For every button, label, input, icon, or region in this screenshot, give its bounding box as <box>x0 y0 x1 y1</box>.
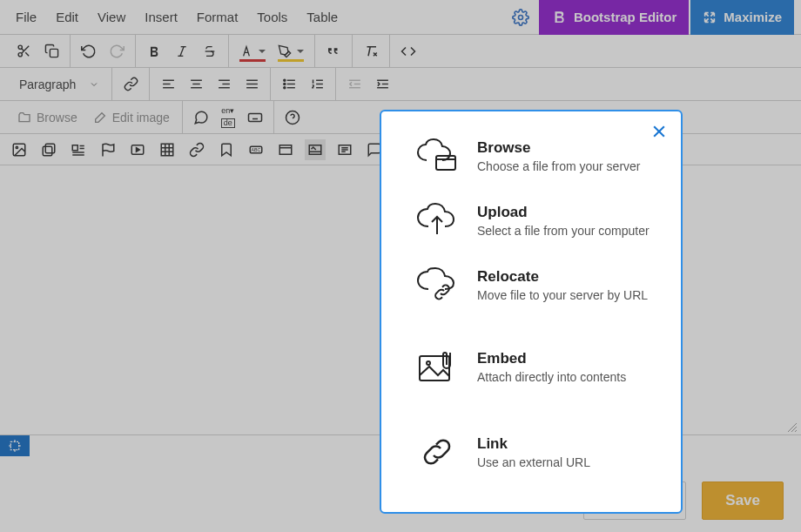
close-icon[interactable] <box>648 120 670 143</box>
save-button[interactable]: Save <box>702 481 784 520</box>
svg-point-42 <box>16 146 17 148</box>
bold-icon[interactable] <box>141 38 167 64</box>
caption-icon[interactable] <box>305 139 326 160</box>
svg-point-0 <box>518 15 522 19</box>
menu-table[interactable]: Table <box>298 4 347 30</box>
settings-icon[interactable] <box>508 4 534 30</box>
svg-rect-74 <box>436 156 455 170</box>
chevron-down-icon <box>259 50 266 53</box>
chevron-down-icon <box>297 50 304 53</box>
text-color-button[interactable] <box>234 38 271 64</box>
alignimage-icon[interactable] <box>68 139 89 160</box>
strikethrough-icon[interactable] <box>197 38 223 64</box>
gallery-icon[interactable] <box>38 139 59 160</box>
dialog-option-upload[interactable]: Upload Select a file from your computer <box>381 188 681 253</box>
panel-icon[interactable] <box>275 139 296 160</box>
menu-view[interactable]: View <box>89 4 134 30</box>
help-icon[interactable] <box>279 104 306 131</box>
dialog-option-title: Browse <box>477 139 641 157</box>
svg-text:ABC: ABC <box>252 147 261 152</box>
indent-icon[interactable] <box>369 71 395 98</box>
numbered-list-icon[interactable] <box>304 71 330 98</box>
menu-format[interactable]: Format <box>188 4 247 30</box>
dialog-option-desc: Use an external URL <box>477 455 590 469</box>
menu-edit[interactable]: Edit <box>47 4 87 30</box>
svg-point-77 <box>427 361 430 365</box>
keyboard-icon[interactable] <box>242 104 268 131</box>
anchorlink-icon[interactable] <box>186 139 207 160</box>
table-icon[interactable] <box>157 139 178 160</box>
outdent-icon <box>341 71 367 98</box>
video-icon[interactable] <box>127 139 148 160</box>
svg-line-5 <box>21 49 24 51</box>
cloud-upload-icon <box>414 200 460 240</box>
browse-button[interactable]: Browse <box>10 104 84 131</box>
edit-image-label: Edit image <box>112 111 170 125</box>
bootstrap-icon <box>551 10 567 25</box>
svg-rect-52 <box>161 144 173 156</box>
svg-point-28 <box>283 87 285 89</box>
image-icon[interactable] <box>9 139 30 160</box>
dialog-option-desc: Select a file from your computer <box>477 224 650 238</box>
bookmark-icon[interactable] <box>216 139 237 160</box>
copy-icon[interactable] <box>38 38 64 64</box>
dialog-option-desc: Choose a file from your server <box>477 159 641 173</box>
chain-link-icon <box>414 432 460 472</box>
svg-rect-59 <box>279 145 292 154</box>
align-right-icon[interactable] <box>211 71 237 98</box>
dialog-option-link[interactable]: Link Use an external URL <box>381 420 681 484</box>
svg-rect-6 <box>50 49 57 57</box>
flag-icon[interactable] <box>98 139 118 160</box>
undo-icon[interactable] <box>76 38 102 64</box>
svg-rect-38 <box>248 113 261 121</box>
dialog-option-title: Link <box>477 435 590 453</box>
dialog-option-embed[interactable]: Embed Attach directly into contents <box>381 334 681 399</box>
folder-icon <box>17 111 31 125</box>
chevron-down-icon <box>89 79 99 90</box>
dialog-option-title: Relocate <box>477 268 648 286</box>
dialog-option-title: Embed <box>477 350 626 367</box>
bootstrap-editor-button[interactable]: Bootstrap Editor <box>539 0 689 35</box>
abbreviation-icon[interactable]: ABC <box>246 139 266 160</box>
section-icon[interactable] <box>334 139 355 160</box>
svg-point-1 <box>18 45 22 49</box>
bullet-list-icon[interactable] <box>276 71 302 98</box>
comments-icon[interactable] <box>188 104 214 131</box>
align-left-icon[interactable] <box>155 71 181 98</box>
italic-icon[interactable] <box>169 38 195 64</box>
text-color-swatch <box>239 59 266 62</box>
align-center-icon[interactable] <box>183 71 209 98</box>
svg-point-26 <box>283 79 285 81</box>
insert-file-dialog: Browse Choose a file from your server Up… <box>380 110 683 514</box>
link-icon[interactable] <box>118 71 144 98</box>
menu-file[interactable]: File <box>7 4 45 30</box>
svg-line-9 <box>180 46 184 56</box>
paragraph-dropdown[interactable]: Paragraph <box>10 71 106 98</box>
maximize-label: Maximize <box>724 10 782 24</box>
redo-icon <box>104 38 130 64</box>
dialog-option-relocate[interactable]: Relocate Move file to your server by URL <box>381 253 681 317</box>
blockquote-icon[interactable] <box>320 38 347 64</box>
dialog-option-desc: Attach directly into contents <box>477 370 626 384</box>
svg-point-2 <box>18 53 22 57</box>
dialog-option-desc: Move file to your server by URL <box>477 288 648 302</box>
cloud-link-icon <box>414 265 460 305</box>
code-icon[interactable] <box>395 38 421 64</box>
align-justify-icon[interactable] <box>239 71 265 98</box>
menu-insert[interactable]: Insert <box>136 4 186 30</box>
cut-icon[interactable] <box>10 38 37 64</box>
wand-icon <box>93 111 107 125</box>
highlight-color-swatch <box>278 59 304 62</box>
maximize-icon <box>703 10 717 24</box>
maximize-button[interactable]: Maximize <box>690 0 794 35</box>
svg-point-27 <box>283 83 285 84</box>
selection-mode-icon[interactable] <box>0 435 30 456</box>
edit-image-button[interactable]: Edit image <box>86 104 177 131</box>
dialog-option-browse[interactable]: Browse Choose a file from your server <box>381 124 681 188</box>
svg-rect-44 <box>45 144 55 153</box>
resize-handle[interactable] <box>785 421 798 433</box>
highlight-color-button[interactable] <box>273 38 309 64</box>
menu-tools[interactable]: Tools <box>248 4 296 30</box>
language-button[interactable]: en▾de <box>216 104 240 131</box>
clear-formatting-icon[interactable] <box>358 38 384 64</box>
